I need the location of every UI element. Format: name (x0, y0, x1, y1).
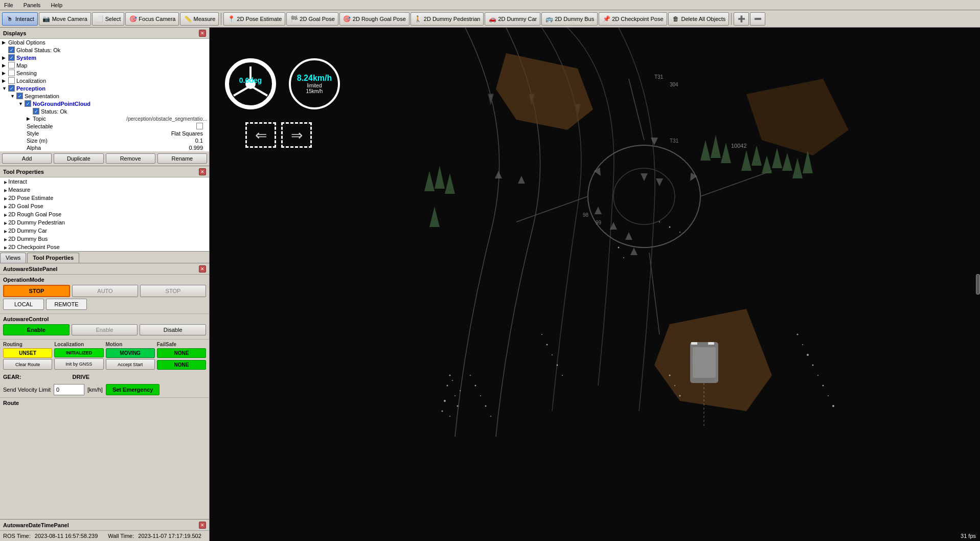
tree-item-selectable[interactable]: Selectable (0, 122, 209, 130)
tool-item-pose-estimate[interactable]: 2D Pose Estimate (0, 194, 209, 202)
check-noground[interactable]: ✓ (25, 100, 31, 107)
tool-item-goal-pose[interactable]: 2D Goal Pose (0, 202, 209, 210)
svg-text:304: 304 (670, 82, 678, 87)
tree-item-noground[interactable]: ▼ ✓ NoGroundPointCloud (0, 100, 209, 107)
tree-item-global-status[interactable]: ▶ ✓ Global Status: Ok (0, 46, 209, 54)
operation-mode-label: OperationMode (3, 277, 206, 283)
set-emergency-button[interactable]: Set Emergency (106, 384, 159, 395)
check-segmentation[interactable]: ✓ (16, 93, 23, 99)
stop-button[interactable]: STOP (3, 285, 70, 297)
accept-start-button[interactable]: Accept Start (106, 359, 155, 370)
displays-close-button[interactable]: ✕ (199, 30, 206, 37)
dummy-car-button[interactable]: 🚗 2D Dummy Car (485, 12, 540, 26)
arrow-map[interactable]: ▶ (2, 63, 8, 68)
check-selectable[interactable] (196, 123, 203, 129)
check-system[interactable]: ✓ (8, 54, 15, 61)
label-global-status: Global Status: Ok (16, 47, 60, 53)
arrow-system[interactable]: ▶ (2, 55, 8, 60)
arrow-segmentation[interactable]: ▼ (10, 94, 16, 99)
check-status-ok[interactable]: ✓ (33, 108, 39, 115)
svg-point-30 (552, 354, 553, 355)
svg-point-34 (674, 385, 675, 386)
tree-item-localization[interactable]: ▶ Localization (0, 77, 209, 84)
clear-route-button[interactable]: Clear Route (3, 359, 52, 370)
tool-item-measure[interactable]: Measure (0, 186, 209, 194)
check-sensing[interactable] (8, 70, 15, 76)
local-button[interactable]: LOCAL (3, 299, 44, 310)
menu-panels[interactable]: Panels (21, 2, 43, 9)
tree-item-perception[interactable]: ▼ ✓ Perception (0, 84, 209, 92)
move-camera-button[interactable]: 📷 Move Camera (39, 12, 91, 26)
arrow-topic[interactable]: ▶ (27, 116, 33, 121)
svg-point-12 (442, 411, 443, 412)
tool-item-dummy-pedestrian[interactable]: 2D Dummy Pedestrian (0, 218, 209, 227)
arrow-perception[interactable]: ▼ (2, 86, 8, 91)
stop2-button[interactable]: STOP (140, 285, 206, 297)
rough-goal-pose-button[interactable]: 🎯 2D Rough Goal Pose (339, 12, 409, 26)
pose-estimate-icon: 📍 (227, 15, 235, 23)
focus-camera-button[interactable]: 🎯 Focus Camera (125, 12, 179, 26)
velocity-input[interactable] (54, 384, 84, 395)
minus-button[interactable]: ➖ (750, 12, 765, 26)
check-localization[interactable] (8, 77, 15, 84)
tool-item-interact[interactable]: Interact (0, 177, 209, 186)
enable2-button[interactable]: Enable (72, 324, 138, 335)
goal-pose-button[interactable]: 🏁 2D Goal Pose (286, 12, 338, 26)
tree-item-topic[interactable]: ▶ Topic /perception/obstacle_segmentatio… (0, 115, 209, 122)
dummy-bus-button[interactable]: 🚌 2D Dummy Bus (541, 12, 598, 26)
arrow-sensing[interactable]: ▶ (2, 71, 8, 76)
arrow-localization[interactable]: ▶ (2, 78, 8, 83)
check-global-status[interactable]: ✓ (8, 47, 15, 53)
arrow-noground[interactable]: ▼ (18, 101, 25, 106)
tree-item-map[interactable]: ▶ Map (0, 61, 209, 69)
tree-item-sensing[interactable]: ▶ Sensing (0, 69, 209, 77)
interact-button[interactable]: 🖱 Interact (2, 12, 38, 26)
steering-spoke-right (250, 85, 268, 96)
tree-item-global-options[interactable]: ▶ Global Options (0, 39, 209, 46)
menu-help[interactable]: Help (49, 2, 64, 9)
left-arrow-icon: ⇐ (255, 127, 267, 144)
tool-item-rough-goal-pose[interactable]: 2D Rough Goal Pose (0, 210, 209, 218)
tool-item-checkpoint-pose[interactable]: 2D Checkpoint Pose (0, 243, 209, 251)
disable-button[interactable]: Disable (140, 324, 206, 335)
menu-file[interactable]: File (2, 2, 15, 9)
dummy-pedestrian-button[interactable]: 🚶 2D Dummy Pedestrian (411, 12, 484, 26)
tree-item-segmentation[interactable]: ▼ ✓ Segmentation (0, 92, 209, 100)
duplicate-display-button[interactable]: Duplicate (54, 153, 103, 164)
delete-all-button[interactable]: 🗑 Delete All Objects (668, 12, 730, 26)
measure-button[interactable]: 📏 Measure (180, 12, 219, 26)
tree-item-system[interactable]: ▶ ✓ System (0, 54, 209, 61)
tree-item-style[interactable]: Style Flat Squares (0, 130, 209, 137)
remote-button[interactable]: REMOTE (46, 299, 87, 310)
init-gnss-button[interactable]: Init by GNSS (54, 358, 103, 370)
right-arrow-icon: ⇒ (291, 127, 303, 144)
check-perception[interactable]: ✓ (8, 85, 15, 92)
tab-views[interactable]: Views (0, 253, 26, 263)
rough-goal-pose-icon: 🎯 (343, 15, 351, 23)
select-button[interactable]: ⬜ Select (92, 12, 125, 26)
svg-text:98: 98 (583, 212, 589, 218)
tree-item-alpha[interactable]: Alpha 0.999 (0, 144, 209, 151)
size-value: 0.1 (195, 138, 203, 144)
add-object-button[interactable]: ➕ (734, 12, 749, 26)
tab-tool-properties[interactable]: Tool Properties (27, 253, 79, 263)
tool-props-close-button[interactable]: ✕ (199, 168, 206, 175)
auto-button[interactable]: AUTO (72, 285, 138, 297)
enable-button[interactable]: Enable (3, 324, 70, 335)
tree-item-status-ok[interactable]: ▶ ✓ Status: Ok (0, 107, 209, 115)
panel-resize-handle[interactable] (976, 274, 980, 295)
3d-viewport[interactable]: 10042 T31 304 98 99 T31 0.6deg (210, 28, 980, 541)
datetime-close-button[interactable]: ✕ (199, 522, 206, 529)
arrow-global-options[interactable]: ▶ (2, 40, 8, 45)
pose-estimate-button[interactable]: 📍 2D Pose Estimate (223, 12, 285, 26)
checkpoint-pose-button[interactable]: 📌 2D Checkpoint Pose (599, 12, 667, 26)
remove-display-button[interactable]: Remove (106, 153, 155, 164)
svg-text:10042: 10042 (731, 143, 747, 149)
tool-item-dummy-bus[interactable]: 2D Dummy Bus (0, 235, 209, 243)
autoware-panel-close-button[interactable]: ✕ (199, 265, 206, 273)
tree-item-size[interactable]: Size (m) 0.1 (0, 137, 209, 144)
add-display-button[interactable]: Add (2, 153, 52, 164)
rename-display-button[interactable]: Rename (157, 153, 207, 164)
check-map[interactable] (8, 62, 15, 69)
tool-item-dummy-car[interactable]: 2D Dummy Car (0, 227, 209, 235)
